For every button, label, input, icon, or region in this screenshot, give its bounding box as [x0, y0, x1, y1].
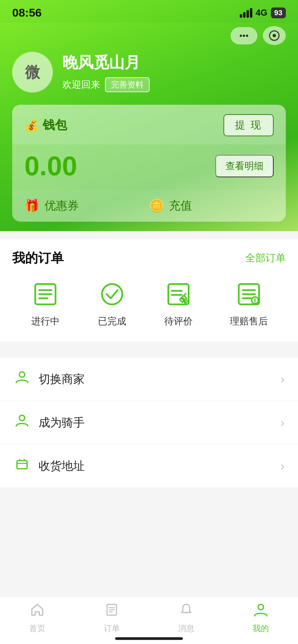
switch-merchant-item[interactable]: 切换商家 ›: [0, 358, 298, 401]
order-review-label: 待评价: [164, 315, 193, 328]
svg-point-19: [19, 415, 25, 421]
wallet-icon: 💰: [24, 119, 39, 132]
status-time: 08:56: [12, 6, 42, 19]
wallet-bottom: 🎁 优惠券 🪙 充值: [12, 190, 286, 222]
svg-point-6: [102, 284, 122, 304]
battery-indicator: 93: [271, 7, 286, 18]
scan-icon: [268, 29, 280, 42]
svg-point-17: [254, 301, 256, 303]
hero-section: ••• 微 晚风觅山月 欢迎回来 完善资料: [0, 23, 298, 231]
status-bar: 08:56 4G 93: [0, 0, 298, 23]
order-completed-icon: [97, 279, 127, 309]
delivery-address-item[interactable]: 收货地址 ›: [0, 444, 298, 487]
coupon-item[interactable]: 🎁 优惠券: [24, 198, 149, 214]
detail-button[interactable]: 查看明细: [215, 155, 274, 177]
profile-badge[interactable]: 完善资料: [105, 77, 150, 92]
order-in-progress-icon: [30, 279, 61, 309]
profile-info: 晚风觅山月 欢迎回来 完善资料: [62, 52, 150, 92]
home-indicator: [115, 637, 183, 640]
delivery-address-label: 收货地址: [39, 458, 281, 474]
wallet-top: 💰 钱包 提 现: [12, 105, 286, 144]
svg-point-28: [258, 604, 263, 610]
network-type: 4G: [256, 7, 268, 18]
svg-point-1: [273, 34, 276, 37]
orders-section: 我的订单 全部订单 进行中: [0, 239, 298, 341]
signal-icon: [240, 8, 252, 18]
nav-orders[interactable]: 订单: [74, 602, 149, 634]
menu-section: 切换商家 › 成为骑手 ›: [0, 358, 298, 487]
delivery-address-icon: [14, 457, 30, 475]
nav-profile[interactable]: 我的: [224, 602, 298, 634]
switch-merchant-label: 切换商家: [39, 371, 281, 387]
recharge-icon: 🪙: [149, 199, 164, 213]
nav-home-label: 首页: [29, 623, 45, 634]
wallet-amount: 0.00: [24, 150, 77, 182]
order-review[interactable]: 待评价: [163, 279, 194, 328]
order-in-progress[interactable]: 进行中: [30, 279, 61, 328]
svg-line-10: [184, 294, 186, 296]
order-completed[interactable]: 已完成: [97, 279, 127, 328]
profile-sub: 欢迎回来 完善资料: [62, 77, 150, 92]
recharge-item[interactable]: 🪙 充值: [149, 198, 274, 214]
order-review-icon: [163, 279, 194, 309]
bottom-nav: 首页 订单 消息: [0, 597, 298, 644]
avatar: 微: [12, 52, 53, 93]
status-icons: 4G 93: [240, 7, 286, 18]
delivery-address-chevron: ›: [281, 459, 284, 472]
switch-merchant-chevron: ›: [281, 373, 284, 386]
svg-point-18: [19, 372, 25, 377]
more-icon: •••: [239, 31, 249, 41]
wallet-card: 💰 钱包 提 现 0.00 查看明细 🎁 优惠券 🪙 充值: [12, 105, 286, 222]
nav-home[interactable]: 首页: [0, 602, 74, 634]
home-icon: [30, 602, 45, 620]
nav-messages[interactable]: 消息: [149, 602, 224, 634]
nav-messages-label: 消息: [178, 623, 194, 634]
all-orders-link[interactable]: 全部订单: [245, 251, 286, 265]
withdraw-button[interactable]: 提 现: [224, 114, 274, 136]
hero-actions: •••: [12, 23, 286, 52]
become-rider-label: 成为骑手: [39, 415, 281, 430]
profile-icon: [253, 602, 268, 620]
svg-rect-20: [17, 461, 27, 469]
order-after-sale[interactable]: 理赔售后: [230, 279, 268, 328]
profile-row: 微 晚风觅山月 欢迎回来 完善资料: [12, 52, 286, 93]
orders-header: 我的订单 全部订单: [12, 249, 286, 267]
become-rider-item[interactable]: 成为骑手 ›: [0, 401, 298, 444]
coupon-icon: 🎁: [24, 199, 40, 213]
switch-merchant-icon: [14, 370, 30, 388]
nav-profile-label: 我的: [253, 623, 269, 634]
orders-icon: [104, 602, 119, 620]
order-after-sale-label: 理赔售后: [230, 315, 268, 328]
wallet-amount-row: 0.00 查看明细: [12, 144, 286, 190]
orders-title: 我的订单: [12, 249, 64, 267]
more-button[interactable]: •••: [231, 27, 257, 44]
become-rider-icon: [14, 413, 30, 432]
user-name: 晚风觅山月: [62, 52, 150, 73]
nav-orders-label: 订单: [104, 623, 120, 634]
content-area: 我的订单 全部订单 进行中: [0, 239, 298, 535]
section-gap: [0, 341, 298, 349]
scan-button[interactable]: [263, 26, 286, 45]
wallet-label: 💰 钱包: [24, 117, 67, 134]
order-icons-row: 进行中 已完成: [12, 279, 286, 328]
messages-icon: [179, 602, 194, 620]
order-completed-label: 已完成: [98, 315, 126, 328]
welcome-text: 欢迎回来: [62, 78, 100, 91]
order-in-progress-label: 进行中: [31, 315, 60, 328]
become-rider-chevron: ›: [281, 416, 284, 429]
order-after-sale-icon: [234, 279, 264, 309]
